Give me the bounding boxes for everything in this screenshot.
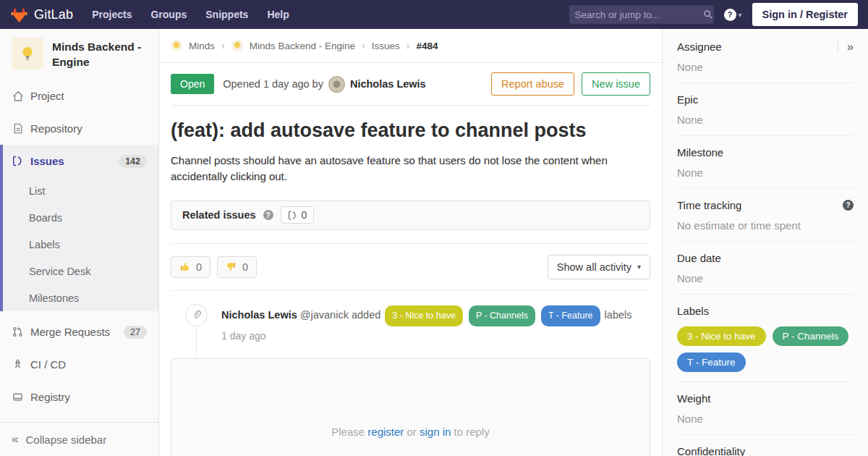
document-icon xyxy=(12,123,24,134)
issue-description: Channel posts should have an autosave fe… xyxy=(171,153,644,185)
weight-title[interactable]: Weight xyxy=(677,392,710,405)
top-navbar: GitLab Projects Groups Snippets Help ? ▾… xyxy=(0,0,868,29)
sidebar-item-cicd[interactable]: CI / CD xyxy=(0,348,158,381)
opened-meta: Opened 1 day ago by Nicholas Lewis xyxy=(223,76,425,93)
new-issue-button[interactable]: New issue xyxy=(582,72,650,96)
epic-section: Epic None xyxy=(677,83,854,136)
label-pill-nice-to-have[interactable]: 3 - Nice to have xyxy=(385,305,463,326)
author-avatar[interactable] xyxy=(328,76,345,93)
reply-middle: or xyxy=(407,426,417,438)
reply-prompt-box: Please register or sign in to reply xyxy=(171,358,650,456)
breadcrumb-minds[interactable]: Minds xyxy=(189,41,215,51)
reactions-row: 0 0 Show all activity ▾ xyxy=(171,244,650,291)
label-pill-t-feature[interactable]: T - Feature xyxy=(677,352,746,372)
project-header[interactable]: Minds Backend - Engine xyxy=(0,29,158,80)
issues-active-section: Issues 142 List Boards Labels Service De… xyxy=(0,145,158,311)
label-pill-t-feature[interactable]: T - Feature xyxy=(541,305,600,326)
confidentiality-section: Confidentiality Not confidential xyxy=(677,435,854,456)
angle-double-right-icon[interactable]: » xyxy=(838,41,854,53)
help-icon[interactable]: ? xyxy=(263,210,273,220)
home-icon xyxy=(12,90,24,102)
issue-sidebar: Assignee » None Epic None Milestone None… xyxy=(662,29,868,456)
weight-section: Weight None xyxy=(677,382,854,435)
reply-prefix: Please xyxy=(331,426,365,438)
label-pill-nice-to-have[interactable]: 3 - Nice to have xyxy=(677,326,766,346)
activity-entry: Nicholas Lewis @javanick added 3 - Nice … xyxy=(171,304,650,342)
navbar-right: ? ▾ Sign in / Register xyxy=(569,3,858,26)
sign-in-register-button[interactable]: Sign in / Register xyxy=(752,3,858,26)
global-search[interactable] xyxy=(569,5,714,24)
sidebar-item-labels[interactable]: Labels xyxy=(3,231,158,258)
project-mini-avatar xyxy=(231,40,243,51)
issues-icon xyxy=(288,211,297,220)
sidebar-item-milestones[interactable]: Milestones xyxy=(3,284,158,311)
chevron-down-icon: ▾ xyxy=(637,263,641,271)
reply-suffix: to reply xyxy=(454,426,490,438)
breadcrumb: Minds › Minds Backend - Engine › Issues … xyxy=(159,29,662,63)
activity-timestamp[interactable]: 1 day ago xyxy=(221,330,631,342)
nav-links: Projects Groups Snippets Help xyxy=(92,9,289,20)
search-input[interactable] xyxy=(575,9,703,20)
rocket-icon xyxy=(12,359,24,370)
sign-in-link[interactable]: sign in xyxy=(420,426,451,438)
nav-link-projects[interactable]: Projects xyxy=(92,9,132,20)
brand-name: GitLab xyxy=(34,7,73,22)
search-icon[interactable] xyxy=(703,9,713,20)
sidebar-item-service-desk[interactable]: Service Desk xyxy=(3,258,158,284)
time-tracking-title[interactable]: Time tracking xyxy=(677,199,741,211)
thumbs-down-count: 0 xyxy=(242,261,248,273)
labels-title[interactable]: Labels xyxy=(677,305,709,317)
sidebar-item-issues-list[interactable]: List xyxy=(3,177,158,204)
activity-suffix: labels xyxy=(605,309,632,321)
breadcrumb-issue-number: #484 xyxy=(416,41,438,51)
report-abuse-button[interactable]: Report abuse xyxy=(491,72,574,96)
breadcrumb-project[interactable]: Minds Backend - Engine xyxy=(250,41,355,51)
sidebar-item-issues[interactable]: Issues 142 xyxy=(3,145,158,177)
group-avatar xyxy=(171,40,182,51)
sidebar-item-boards[interactable]: Boards xyxy=(3,204,158,231)
due-date-title[interactable]: Due date xyxy=(677,252,721,264)
help-icon[interactable]: ? xyxy=(843,200,854,211)
help-menu[interactable]: ? ▾ xyxy=(724,9,742,21)
main-content: Minds › Minds Backend - Engine › Issues … xyxy=(159,29,662,456)
epic-title[interactable]: Epic xyxy=(677,93,698,106)
label-pill-p-channels[interactable]: P - Channels xyxy=(773,326,849,346)
due-date-section: Due date None xyxy=(677,242,854,295)
nav-link-groups[interactable]: Groups xyxy=(150,9,187,20)
activity-author[interactable]: Nicholas Lewis xyxy=(221,309,297,321)
milestone-section: Milestone None xyxy=(677,136,854,189)
nav-link-help[interactable]: Help xyxy=(267,9,289,20)
collapse-sidebar-label: Collapse sidebar xyxy=(25,434,106,446)
issues-count-badge: 142 xyxy=(119,155,147,168)
chevron-down-icon: ▾ xyxy=(739,11,742,19)
sidebar-item-merge-requests[interactable]: Merge Requests 27 xyxy=(0,316,158,348)
gitlab-logo[interactable]: GitLab xyxy=(10,6,73,23)
register-link[interactable]: register xyxy=(367,426,404,438)
nav-link-snippets[interactable]: Snippets xyxy=(205,9,248,20)
time-tracking-value: No estimate or time spent xyxy=(677,219,854,232)
timeline-connector xyxy=(196,327,197,359)
sidebar-item-label: Issues xyxy=(30,155,64,167)
sidebar-item-repository[interactable]: Repository xyxy=(0,112,158,145)
time-tracking-section: Time tracking ? No estimate or time spen… xyxy=(677,189,854,242)
assignee-section: Assignee » None xyxy=(677,30,854,83)
breadcrumb-issues[interactable]: Issues xyxy=(372,41,400,51)
related-issues-card: Related issues ? 0 xyxy=(171,200,650,230)
help-icon: ? xyxy=(724,9,736,21)
label-pill-p-channels[interactable]: P - Channels xyxy=(469,305,535,326)
milestone-title[interactable]: Milestone xyxy=(677,146,723,159)
collapse-sidebar-button[interactable]: « Collapse sidebar xyxy=(0,422,158,456)
status-badge: Open xyxy=(171,74,214,94)
sidebar-item-registry[interactable]: Registry xyxy=(0,381,158,413)
confidentiality-title[interactable]: Confidentiality xyxy=(677,445,745,456)
activity-action: added xyxy=(352,309,380,321)
thumbs-up-icon xyxy=(179,261,190,272)
activity-filter-label: Show all activity xyxy=(557,261,631,273)
author-name[interactable]: Nicholas Lewis xyxy=(350,78,426,90)
thumbs-up-button[interactable]: 0 xyxy=(171,256,210,278)
assignee-title[interactable]: Assignee xyxy=(677,41,722,53)
activity-filter-dropdown[interactable]: Show all activity ▾ xyxy=(548,255,650,279)
thumbs-down-button[interactable]: 0 xyxy=(217,256,257,278)
sidebar-item-project[interactable]: Project xyxy=(0,80,158,112)
related-issues-count: 0 xyxy=(302,209,307,221)
